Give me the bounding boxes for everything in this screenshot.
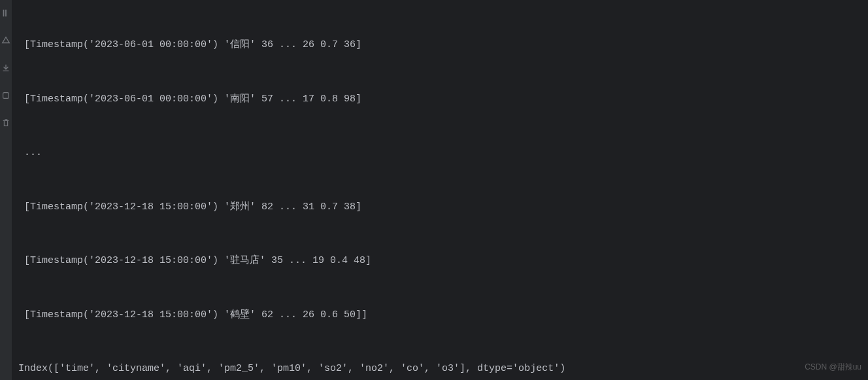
console-output: [Timestamp('2023-06-01 00:00:00') '信阳' 3…	[12, 0, 868, 380]
output-line: Index(['time', 'cityname', 'aqi', 'pm2_5…	[18, 360, 868, 378]
sidebar-icon-4[interactable]	[1, 89, 10, 98]
tool-sidebar	[0, 0, 12, 380]
output-line: [Timestamp('2023-12-18 15:00:00') '郑州' 8…	[18, 198, 868, 216]
output-line: [Timestamp('2023-06-01 00:00:00') '南阳' 5…	[18, 90, 868, 109]
download-icon[interactable]	[1, 61, 10, 71]
watermark: CSDN @甜辣uu	[805, 358, 861, 377]
svg-rect-1	[5, 10, 7, 17]
sidebar-icon-1[interactable]	[1, 7, 10, 16]
sidebar-icon-2[interactable]	[1, 34, 10, 43]
svg-rect-2	[3, 93, 9, 99]
output-line: [Timestamp('2023-12-18 15:00:00') '驻马店' …	[18, 252, 868, 270]
trash-icon[interactable]	[1, 116, 10, 126]
svg-rect-0	[3, 10, 5, 17]
output-line: ...	[18, 144, 868, 162]
output-line: [Timestamp('2023-12-18 15:00:00') '鹤壁' 6…	[18, 306, 868, 324]
output-line: [Timestamp('2023-06-01 00:00:00') '信阳' 3…	[18, 36, 868, 54]
